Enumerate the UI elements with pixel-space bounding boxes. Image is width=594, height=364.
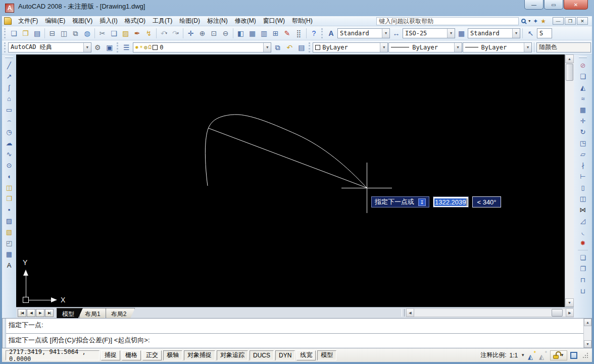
table-style-button[interactable]: ▦ (456, 27, 467, 39)
menu-dimension[interactable]: 标注(N) (204, 16, 231, 26)
ellipse-button[interactable]: ⊙ (3, 160, 15, 171)
block-editor-button[interactable]: ↯ (143, 27, 155, 39)
toggle-polar[interactable]: 极轴 (163, 350, 182, 360)
mdi-minimize-button[interactable]: — (553, 17, 564, 25)
point-button[interactable]: ▪ (3, 204, 15, 215)
dropdown-arrow-icon[interactable]: ▾ (177, 31, 179, 35)
minimize-button[interactable]: — (524, 0, 543, 10)
horizontal-scroll-thumb[interactable] (552, 309, 563, 317)
annotation-visibility-icon[interactable]: ◭✦ (528, 351, 536, 359)
toggle-lineweight[interactable]: 线宽 (296, 350, 316, 360)
workspace-settings-button[interactable]: ⚙ (92, 41, 104, 53)
annotation-scale-dropdown-icon[interactable]: ▼ (521, 353, 525, 357)
fillet-button[interactable]: ◟ (577, 226, 589, 237)
color-combo[interactable]: ByLayer ▼ (313, 42, 388, 53)
make-block-button[interactable]: ❒ (3, 193, 15, 204)
menu-edit[interactable]: 编辑(E) (41, 16, 69, 26)
zoom-window-button[interactable]: ⊡ (208, 27, 220, 39)
dyn-distance-input[interactable]: 1322.2039 (433, 196, 469, 207)
vertical-scrollbar[interactable]: ▲ ▼ (565, 55, 574, 307)
chevron-down-icon[interactable]: ▼ (83, 43, 91, 52)
text-style-button[interactable]: A (325, 27, 337, 39)
resize-grip[interactable] (582, 352, 588, 358)
lineweight-combo[interactable]: ByLayer ▼ (463, 42, 532, 53)
toolbar-grip[interactable] (4, 28, 6, 38)
undo-button[interactable]: ↶▾ (158, 27, 170, 39)
mdi-restore-button[interactable]: ❐ (565, 17, 576, 25)
new-button[interactable]: ❏ (8, 27, 20, 39)
scroll-left-icon[interactable]: ◀ (406, 308, 414, 317)
chevron-down-icon[interactable]: ▼ (447, 29, 455, 38)
arc-button[interactable]: ⌢ (3, 115, 15, 126)
join-button[interactable]: ⋈ (577, 204, 589, 215)
mdi-close-button[interactable]: ✕ (577, 17, 588, 25)
paste-button[interactable]: ▨ (120, 27, 131, 39)
close-button[interactable]: ✕ (564, 0, 588, 10)
command-window-grip[interactable] (3, 319, 6, 348)
polygon-button[interactable]: ⌂ (3, 93, 15, 104)
linetype-combo[interactable]: ByLayer ▼ (388, 42, 462, 53)
tool-palettes-button[interactable]: ▥ (258, 27, 270, 39)
dim-style-combo[interactable]: ISO-25 ▼ (403, 28, 455, 38)
chevron-down-icon[interactable]: ▼ (512, 29, 520, 38)
erase-button[interactable]: ⊘ (577, 60, 589, 71)
region-button[interactable]: ◰ (3, 237, 15, 248)
tab-layout1[interactable]: 布局1 (79, 308, 109, 318)
menu-draw[interactable]: 绘图(D) (176, 16, 204, 26)
offset-button[interactable]: ≈ (577, 93, 589, 104)
3d-dwf-button[interactable]: ◍ (81, 27, 93, 39)
menu-help[interactable]: 帮助(H) (288, 16, 316, 26)
menu-view[interactable]: 视图(V) (69, 16, 96, 26)
layer-previous-button[interactable]: ↶ (284, 41, 295, 53)
publish-button[interactable]: ⧉ (70, 27, 81, 39)
bring-above-objects-button[interactable]: ⊓ (577, 274, 589, 285)
favorites-star-icon[interactable]: ★ (540, 18, 546, 25)
toggle-ortho[interactable]: 正交 (142, 350, 162, 360)
plot-button[interactable]: ⊟ (46, 27, 58, 39)
zoom-previous-button[interactable]: ⊖ (220, 27, 231, 39)
search-icon[interactable] (521, 19, 526, 23)
menu-format[interactable]: 格式(O) (121, 16, 149, 26)
scale-button[interactable]: ◳ (577, 137, 589, 148)
multileader-style-button[interactable]: ↖ (525, 27, 536, 39)
communication-center-icon[interactable]: ✦ (533, 18, 538, 25)
rotate-button[interactable]: ↻ (577, 126, 589, 137)
help-button[interactable]: ? (308, 27, 320, 39)
dropdown-arrow-icon[interactable]: ▾ (166, 31, 168, 35)
tab-prev-button[interactable]: ◀ (27, 309, 35, 317)
vertical-scroll-thumb[interactable] (566, 64, 573, 81)
chamfer-button[interactable]: ◿ (577, 215, 589, 226)
layer-combo[interactable]: ✺☀◍Ω 0 ▼ (133, 42, 272, 53)
save-workspace-button[interactable]: ▣ (104, 41, 115, 53)
circle-button[interactable]: ◷ (3, 126, 15, 137)
move-button[interactable]: ✛ (577, 115, 589, 126)
extend-button[interactable]: ⊢ (577, 171, 589, 182)
zoom-realtime-button[interactable]: ⊕ (196, 27, 208, 39)
multileader-style-combo[interactable]: S (537, 28, 552, 38)
chevron-down-icon[interactable]: ▼ (524, 43, 531, 52)
menu-insert[interactable]: 插入(I) (96, 16, 121, 26)
dim-style-button[interactable]: ↔ (390, 27, 402, 39)
text-style-combo[interactable]: Standard ▼ (337, 28, 390, 38)
layer-lock-icon[interactable]: Ω (148, 44, 152, 50)
designcenter-button[interactable]: ▦ (246, 27, 258, 39)
coordinates-readout[interactable]: 2717.3419, 941.5064 , 0.0000 (6, 350, 100, 360)
tab-model[interactable]: 模型 (57, 308, 83, 318)
tab-layout2[interactable]: 布局2 (106, 308, 135, 318)
title-bar[interactable]: A AutoCAD 2008 - 未注册版 - [Drawing1.dwg] —… (2, 0, 592, 16)
copy-button[interactable]: ❑ (108, 27, 120, 39)
chevron-down-icon[interactable]: ▼ (382, 29, 389, 38)
annotation-autoscale-icon[interactable]: ◭✦ (539, 351, 547, 359)
search-dropdown-icon[interactable]: ▾ (528, 19, 530, 23)
insert-block-button[interactable]: ◫ (3, 182, 15, 193)
layer-properties-button[interactable]: ☰ (121, 41, 132, 53)
tab-last-button[interactable]: ▶| (45, 309, 54, 317)
break-button[interactable]: ◫ (577, 193, 589, 204)
redo-button[interactable]: ↷▾ (170, 27, 181, 39)
break-at-point-button[interactable]: ▯ (577, 182, 589, 193)
chevron-down-icon[interactable]: ▼ (380, 43, 387, 52)
multiline-text-button[interactable]: A (3, 259, 15, 271)
line-button[interactable]: ╱ (3, 60, 15, 71)
toggle-model[interactable]: 模型 (317, 350, 336, 360)
pan-button[interactable]: ✛ (185, 27, 196, 39)
